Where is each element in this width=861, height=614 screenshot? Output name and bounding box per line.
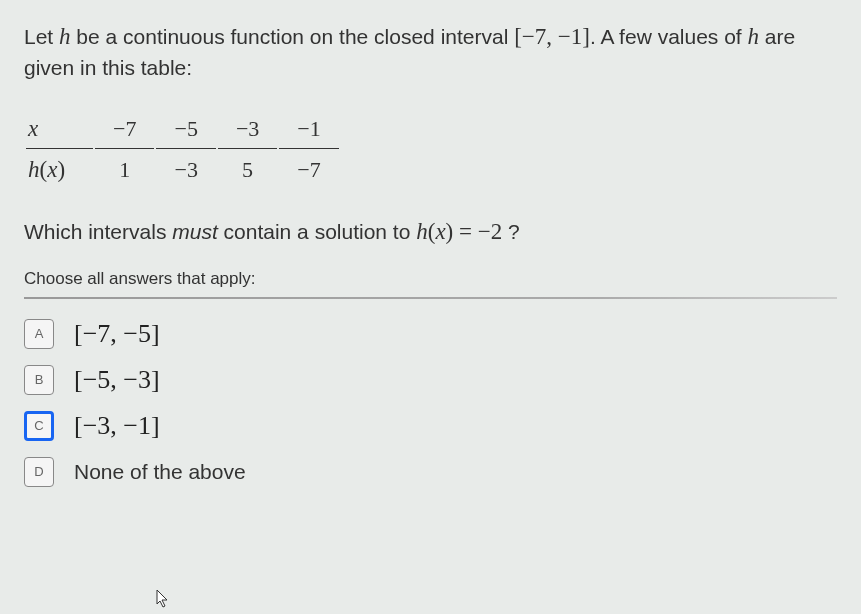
followup-1: Which intervals — [24, 220, 172, 243]
option-c[interactable]: C [−3, −1] — [24, 411, 837, 441]
followup-question: Which intervals must contain a solution … — [24, 219, 837, 245]
func-var-1: h — [59, 24, 71, 49]
question-intro: Let h be a continuous function on the cl… — [24, 20, 837, 84]
option-b-text: [−5, −3] — [74, 365, 160, 395]
option-d-checkbox[interactable]: D — [24, 457, 54, 487]
intro-text-1: Let — [24, 25, 59, 48]
table-row-hx: h(x) 1 −3 5 −7 — [26, 151, 339, 189]
hx-val-0: 1 — [95, 151, 154, 189]
x-label: x — [28, 116, 38, 141]
x-val-1: −5 — [156, 110, 215, 149]
table-row-x: x −7 −5 −3 −1 — [26, 110, 339, 149]
followup-2: contain a solution to — [218, 220, 416, 243]
hx-val-1: −3 — [156, 151, 215, 189]
option-d-text: None of the above — [74, 460, 246, 484]
option-c-checkbox[interactable]: C — [24, 411, 54, 441]
values-table: x −7 −5 −3 −1 h(x) 1 −3 5 −7 — [24, 108, 341, 191]
x-val-2: −3 — [218, 110, 277, 149]
intro-text-2: be a continuous function on the closed i… — [71, 25, 515, 48]
func-var-2: h — [748, 24, 760, 49]
domain-interval: [−7, −1] — [514, 24, 590, 49]
eq-rhs: −2 — [478, 219, 502, 244]
hx-val-3: −7 — [279, 151, 338, 189]
x-val-3: −1 — [279, 110, 338, 149]
option-a[interactable]: A [−7, −5] — [24, 319, 837, 349]
x-val-0: −7 — [95, 110, 154, 149]
followup-emph: must — [172, 220, 218, 243]
eq-sign: = — [453, 219, 477, 244]
option-d[interactable]: D None of the above — [24, 457, 837, 487]
cursor-icon — [152, 588, 172, 610]
hx-val-2: 5 — [218, 151, 277, 189]
choose-label: Choose all answers that apply: — [24, 269, 837, 289]
options-list: A [−7, −5] B [−5, −3] C [−3, −1] D None … — [24, 319, 837, 487]
option-c-text: [−3, −1] — [74, 411, 160, 441]
option-b[interactable]: B [−5, −3] — [24, 365, 837, 395]
divider — [24, 297, 837, 299]
qmark: ? — [502, 220, 520, 243]
option-a-checkbox[interactable]: A — [24, 319, 54, 349]
option-a-text: [−7, −5] — [74, 319, 160, 349]
intro-text-3: . A few values of — [590, 25, 748, 48]
option-b-checkbox[interactable]: B — [24, 365, 54, 395]
